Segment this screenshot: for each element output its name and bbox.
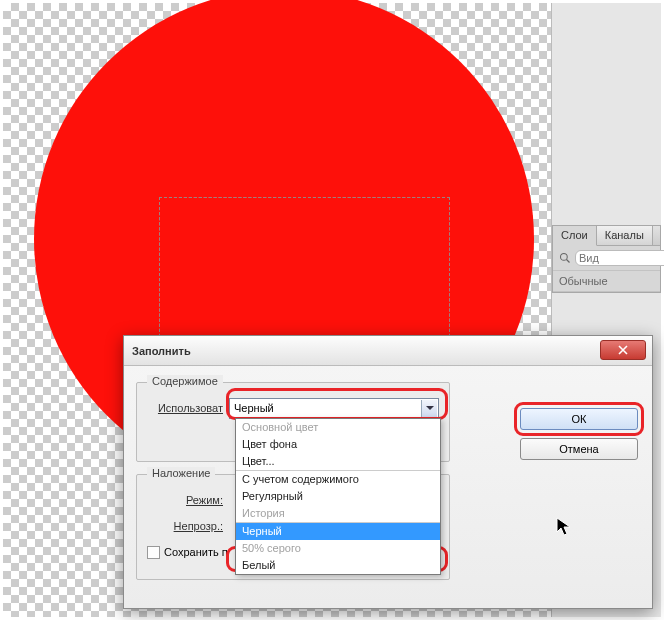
dialog-titlebar[interactable]: Заполнить	[124, 336, 652, 366]
opacity-label: Непрозр.:	[147, 520, 229, 532]
svg-point-0	[561, 254, 568, 261]
selection-marquee	[159, 197, 450, 347]
contents-legend: Содержимое	[147, 375, 223, 387]
use-label: Использоват	[147, 402, 229, 414]
dialog-title: Заполнить	[132, 345, 191, 357]
use-combobox-value: Черный	[234, 402, 274, 414]
layer-filter-input[interactable]	[575, 250, 664, 266]
dropdown-item[interactable]: Основной цвет	[236, 419, 440, 436]
preserve-checkbox[interactable]	[147, 546, 160, 559]
tab-channels[interactable]: Каналы	[597, 226, 653, 245]
dropdown-item[interactable]: Белый	[236, 557, 440, 574]
layers-panel: Слои Каналы Обычные	[552, 225, 661, 293]
ok-button[interactable]: ОК	[520, 408, 638, 430]
cancel-button[interactable]: Отмена	[520, 438, 638, 460]
dropdown-item[interactable]: С учетом содержимого	[236, 470, 440, 488]
use-combobox[interactable]: Черный	[229, 398, 439, 419]
overlay-legend: Наложение	[147, 467, 215, 479]
cursor-icon	[556, 517, 572, 537]
chevron-down-icon	[421, 400, 437, 417]
preserve-label: Сохранить п	[164, 546, 228, 558]
mode-label: Режим:	[147, 494, 229, 506]
search-icon	[559, 252, 571, 264]
dropdown-item[interactable]: Черный	[236, 522, 440, 540]
dropdown-item[interactable]: Цвет...	[236, 453, 440, 470]
dialog-button-column: ОК Отмена	[520, 408, 638, 460]
tab-layers[interactable]: Слои	[553, 226, 597, 246]
blend-mode-value[interactable]: Обычные	[559, 275, 608, 287]
close-button[interactable]	[600, 340, 646, 360]
use-dropdown-list: Основной цвет Цвет фона Цвет... С учетом…	[235, 418, 441, 575]
dropdown-item[interactable]: Регулярный	[236, 488, 440, 505]
dropdown-item[interactable]: Цвет фона	[236, 436, 440, 453]
svg-line-1	[567, 260, 570, 263]
dropdown-item[interactable]: История	[236, 505, 440, 522]
dropdown-item[interactable]: 50% серого	[236, 540, 440, 557]
panel-tabs: Слои Каналы	[553, 226, 660, 246]
